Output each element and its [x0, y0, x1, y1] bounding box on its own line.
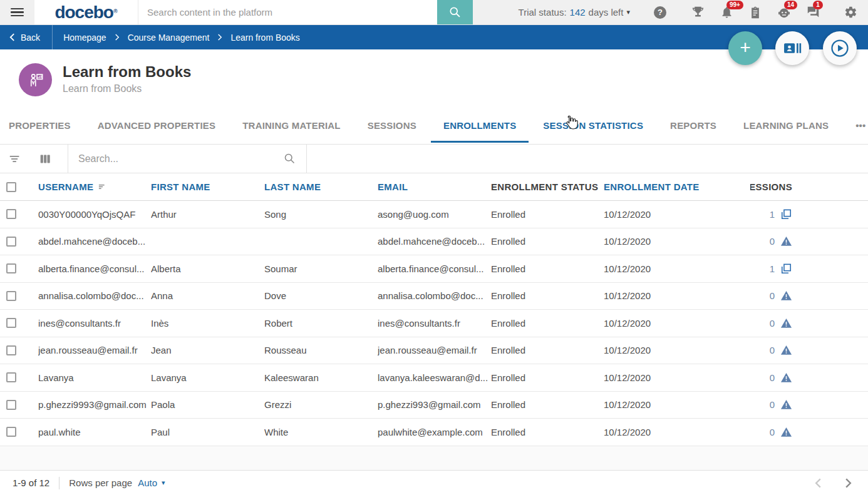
enroll-users-fab-button[interactable] — [775, 31, 809, 65]
column-header-username[interactable]: USERNAME — [38, 181, 151, 192]
table-row[interactable]: p.ghezzi9993@gmail.com Paola Grezzi p.gh… — [0, 392, 868, 419]
hamburger-menu-button[interactable] — [0, 0, 34, 24]
tab-reports[interactable]: REPORTS — [658, 106, 729, 144]
table-row[interactable]: annalisa.colombo@doc... Anna Dove annali… — [0, 283, 868, 310]
table-row[interactable]: abdel.mahcene@doceb... abdel.mahcene@doc… — [0, 228, 868, 256]
global-search-input[interactable] — [138, 0, 437, 24]
filter-button[interactable] — [8, 152, 22, 166]
tab-properties[interactable]: PROPERTIES — [0, 106, 83, 144]
cell-enrollment-status: Enrolled — [491, 427, 604, 437]
table-search — [68, 145, 307, 173]
tab-learning-plans[interactable]: LEARNING PLANS — [731, 106, 841, 144]
cell-sessions: 0 — [750, 235, 868, 247]
table-row[interactable]: ines@consultants.fr Inès Robert ines@con… — [0, 310, 868, 337]
cell-last-name: Soumar — [264, 263, 378, 274]
cell-first-name: Inès — [151, 318, 264, 329]
cell-email: abdel.mahcene@doceb... — [378, 236, 491, 247]
row-checkbox[interactable] — [6, 372, 16, 382]
rows-per-page-dropdown[interactable]: Auto ▾ — [138, 477, 165, 488]
row-range-label: 1-9 of 12 — [13, 477, 49, 488]
previous-page-button[interactable] — [810, 476, 825, 491]
column-header-last-name[interactable]: LAST NAME — [264, 181, 378, 192]
table-row[interactable]: Lavanya Lavanya Kaleeswaran lavanya.kale… — [0, 364, 868, 392]
top-bar: docebo® Trial status: 142 days left ▾ ? … — [0, 0, 868, 25]
row-checkbox[interactable] — [6, 291, 16, 301]
cell-enrollment-date: 10/12/2020 — [604, 290, 750, 301]
cell-enrollment-status: Enrolled — [491, 263, 604, 274]
cell-sessions: 1 — [750, 263, 868, 275]
settings-button[interactable] — [843, 5, 858, 20]
cell-last-name: Robert — [264, 318, 378, 329]
chevron-down-icon: ▾ — [626, 8, 630, 16]
cell-enrollment-status: Enrolled — [491, 399, 604, 410]
cell-sessions: 1 — [750, 208, 868, 220]
tab-sessions[interactable]: SESSIONS — [355, 106, 429, 144]
row-checkbox[interactable] — [6, 400, 16, 410]
notifications-button[interactable]: 99+ — [719, 5, 734, 20]
tab-enrollments[interactable]: ENROLLMENTS — [431, 106, 529, 144]
table-toolbar — [0, 145, 868, 173]
cell-sessions: 0 — [750, 344, 868, 356]
sessions-copy-icon[interactable] — [780, 208, 792, 220]
breadcrumb-item-homepage[interactable]: Homepage — [63, 33, 106, 43]
chevron-right-icon — [115, 34, 120, 41]
table-row[interactable]: alberta.finance@consul... Alberta Soumar… — [0, 255, 868, 283]
back-button[interactable]: Back — [0, 25, 53, 49]
cell-enrollment-date: 10/12/2020 — [604, 318, 750, 329]
docebo-logo[interactable]: docebo® — [34, 0, 138, 24]
tasks-button[interactable] — [748, 5, 763, 20]
cell-first-name: Lavanya — [151, 372, 264, 383]
tabs: PROPERTIESADVANCED PROPERTIESTRAINING MA… — [0, 106, 868, 145]
tab-label: ENROLLMENTS — [443, 120, 516, 131]
gamification-button[interactable] — [690, 5, 705, 20]
column-header-sessions[interactable]: SESSIONS — [750, 181, 868, 192]
table-row[interactable]: jean.rousseau@email.fr Jean Rousseau jea… — [0, 337, 868, 365]
messages-button[interactable]: 1 — [805, 5, 820, 20]
column-header-enrollment-status[interactable]: ENROLLMENT STATUS — [491, 181, 604, 192]
cell-last-name: Song — [264, 209, 378, 220]
table-row[interactable]: paul.white Paul White paulwhite@example.… — [0, 419, 868, 446]
columns-button[interactable] — [38, 152, 52, 166]
cell-enrollment-date: 10/12/2020 — [604, 427, 750, 437]
tab-advanced-properties[interactable]: ADVANCED PROPERTIES — [85, 106, 229, 144]
new-item-fab-button[interactable]: + — [728, 31, 762, 65]
cell-enrollment-date: 10/12/2020 — [604, 345, 750, 355]
trophy-icon — [691, 6, 705, 19]
cell-enrollment-status: Enrolled — [491, 290, 604, 301]
column-header-email[interactable]: EMAIL — [378, 181, 491, 192]
trial-status-dropdown[interactable]: Trial status: 142 days left ▾ — [519, 7, 630, 18]
tab-session-statistics[interactable]: SESSION STATISTICS — [530, 106, 656, 144]
row-checkbox[interactable] — [6, 318, 16, 328]
tab-training-material[interactable]: TRAINING MATERIAL — [230, 106, 353, 144]
tab-label: LEARNING PLANS — [743, 120, 829, 131]
virtual-assistant-button[interactable]: 14 — [777, 5, 792, 20]
tab-more[interactable]: ••• — [843, 106, 868, 144]
sessions-copy-icon[interactable] — [780, 263, 792, 275]
cell-enrollment-date: 10/12/2020 — [604, 372, 750, 383]
next-page-button[interactable] — [840, 476, 855, 491]
cell-email: annalisa.colombo@doc... — [378, 290, 491, 301]
breadcrumb-item-learn-from-books: Learn from Books — [230, 33, 300, 43]
footer-divider — [59, 477, 59, 489]
cell-username: p.ghezzi9993@gmail.com — [38, 399, 151, 410]
row-checkbox[interactable] — [6, 209, 16, 219]
play-course-fab-button[interactable] — [823, 31, 857, 65]
select-all-checkbox[interactable] — [6, 182, 16, 192]
cell-username: 0030Y00000YqOjsQAF — [38, 209, 151, 220]
help-button[interactable]: ? — [653, 5, 668, 20]
table-search-input[interactable] — [78, 153, 277, 165]
row-checkbox[interactable] — [6, 345, 16, 355]
column-header-first-name[interactable]: FIRST NAME — [151, 181, 264, 192]
row-checkbox[interactable] — [6, 237, 16, 247]
cell-enrollment-status: Enrolled — [491, 345, 604, 355]
global-search-button[interactable] — [437, 0, 473, 24]
sessions-warning-icon — [780, 426, 792, 438]
row-checkbox[interactable] — [6, 427, 16, 437]
cell-sessions: 0 — [750, 317, 868, 329]
breadcrumb-item-course-management[interactable]: Course Management — [128, 33, 210, 43]
cell-last-name: Kaleeswaran — [264, 372, 378, 383]
table-row[interactable]: 0030Y00000YqOjsQAF Arthur Song asong@uog… — [0, 201, 868, 228]
row-checkbox[interactable] — [6, 263, 16, 273]
cell-email: lavanya.kaleeswaran@d... — [378, 372, 491, 383]
column-header-enrollment-date[interactable]: ENROLLMENT DATE — [604, 181, 750, 192]
